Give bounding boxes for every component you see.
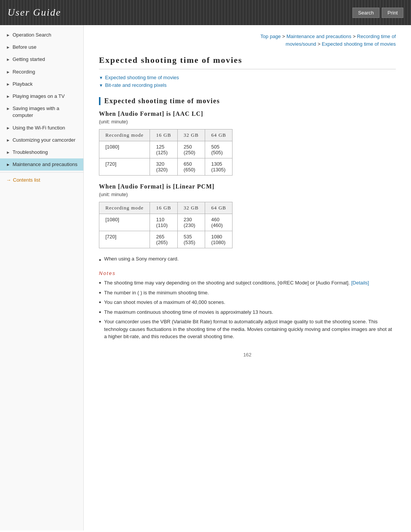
toc-item-bitrate[interactable]: ▼ Bit-rate and recording pixels (99, 82, 396, 88)
table-row: [1080] 110(110) 230(230) 460(460) (99, 214, 233, 231)
bullet-icon: • (99, 308, 101, 316)
chevron-right-icon: ► (6, 32, 10, 38)
section-title: Expected shooting time of movies (99, 97, 396, 105)
details-link[interactable]: [Details] (351, 280, 369, 286)
row-mode: [720] (99, 158, 150, 176)
sidebar-item-saving-images[interactable]: ► Saving images with a computer (0, 102, 83, 121)
sidebar-item-recording[interactable]: ► Recording (0, 66, 83, 78)
toc-link-expected: Expected shooting time of movies (105, 75, 179, 80)
sidebar-label: Getting started (13, 56, 45, 63)
table-row: [720] 320(320) 650(650) 1305(1305) (99, 158, 233, 176)
sidebar-label: Playing images on a TV (13, 93, 65, 100)
page-layout: ► Operation Search ► Before use ► Gettin… (0, 25, 411, 530)
page-number: 162 (99, 352, 396, 358)
sidebar-item-getting-started[interactable]: ► Getting started (0, 53, 83, 66)
pcm-subsection: When [Audio Format] is [Linear PCM] (uni… (99, 183, 396, 248)
sidebar-label: Maintenance and precautions (13, 161, 78, 168)
chevron-right-icon: ► (6, 150, 10, 155)
breadcrumb-expected[interactable]: Expected shooting time of movies (322, 41, 396, 47)
breadcrumb-top[interactable]: Top page (260, 34, 281, 39)
toc-item-expected[interactable]: ▼ Expected shooting time of movies (99, 75, 396, 80)
bullet-icon: • (99, 279, 101, 286)
sidebar-label: Playback (13, 81, 33, 88)
bullet-item: • When using a Sony memory card. (99, 256, 396, 264)
sidebar-item-maintenance[interactable]: ► Maintenance and precautions (0, 158, 83, 171)
bullet-text: When using a Sony memory card. (104, 256, 179, 262)
row-16gb: 110(110) (150, 214, 177, 231)
note-item-2: • You can shoot movies of a maximum of 4… (99, 299, 396, 306)
sidebar-item-operation-search[interactable]: ► Operation Search (0, 29, 83, 41)
sidebar-label: Using the Wi-Fi function (13, 125, 65, 131)
sidebar-item-customizing[interactable]: ► Customizing your camcorder (0, 134, 83, 146)
note-text-4: Your camcorder uses the VBR (Variable Bi… (104, 318, 396, 340)
table-header-row: Recording mode 16 GB 32 GB 64 GB (99, 202, 233, 214)
row-64gb: 505(505) (205, 141, 232, 158)
col-64gb: 64 GB (205, 202, 232, 214)
row-64gb: 1305(1305) (205, 158, 232, 176)
breadcrumb-maintenance[interactable]: Maintenance and precautions (287, 34, 352, 39)
bullet-icon: • (99, 299, 101, 306)
col-64gb: 64 GB (205, 129, 232, 141)
chevron-right-icon: ► (6, 125, 10, 131)
sidebar-label: Saving images with a computer (13, 105, 79, 119)
app-title: User Guide (8, 7, 61, 18)
row-mode: [1080] (99, 214, 150, 231)
note-text-1: The number in ( ) is the minimum shootin… (104, 289, 209, 297)
bullet-icon: • (99, 256, 101, 264)
search-button[interactable]: Search (352, 8, 379, 18)
note-item-1: • The number in ( ) is the minimum shoot… (99, 289, 396, 297)
note-text-3: The maximum continuous shooting time of … (104, 308, 273, 316)
chevron-right-icon: ► (6, 69, 10, 75)
sidebar-item-wifi[interactable]: ► Using the Wi-Fi function (0, 122, 83, 134)
sidebar-item-troubleshooting[interactable]: ► Troubleshooting (0, 146, 83, 158)
sidebar-item-before-use[interactable]: ► Before use (0, 41, 83, 53)
contents-link-label: Contents list (13, 177, 40, 183)
print-button[interactable]: Print (382, 8, 403, 18)
sidebar-label: Before use (13, 44, 37, 51)
sidebar-label: Recording (13, 69, 35, 75)
note-item-4: • Your camcorder uses the VBR (Variable … (99, 318, 396, 340)
breadcrumb: Top page > Maintenance and precautions >… (99, 33, 396, 48)
row-mode: [720] (99, 231, 150, 248)
col-recording-mode: Recording mode (99, 202, 150, 214)
note-item-0: • The shooting time may vary depending o… (99, 279, 396, 287)
table-row: [720] 265(265) 535(535) 1080(1080) (99, 231, 233, 248)
row-32gb: 250(250) (177, 141, 205, 158)
row-32gb: 650(650) (177, 158, 205, 176)
main-section: Expected shooting time of movies When [A… (99, 97, 396, 340)
sidebar-label: Operation Search (13, 32, 51, 38)
triangle-down-icon: ▼ (99, 75, 103, 80)
note-text-0: The shooting time may vary depending on … (104, 279, 369, 287)
main-content: Top page > Maintenance and precautions >… (84, 25, 411, 530)
bullet-icon: • (99, 289, 101, 296)
sidebar-label: Customizing your camcorder (13, 137, 75, 144)
pcm-table: Recording mode 16 GB 32 GB 64 GB [1080] … (99, 202, 233, 248)
col-16gb: 16 GB (150, 202, 177, 214)
chevron-right-icon: ► (6, 81, 10, 87)
aac-subtitle: When [Audio Format] is [AAC LC] (99, 110, 396, 117)
note-text-2: You can shoot movies of a maximum of 40,… (104, 299, 225, 306)
row-mode: [1080] (99, 141, 150, 158)
header: User Guide Search Print (0, 0, 411, 25)
chevron-right-icon: ► (6, 57, 10, 62)
header-button-group: Search Print (352, 8, 403, 18)
notes-title: Notes (99, 270, 396, 276)
bullet-icon: • (99, 318, 101, 325)
aac-table: Recording mode 16 GB 32 GB 64 GB [1080] … (99, 129, 233, 176)
row-32gb: 230(230) (177, 214, 205, 231)
sidebar-label: Troubleshooting (13, 149, 48, 156)
sidebar-item-playing-images-tv[interactable]: ► Playing images on a TV (0, 90, 83, 102)
triangle-down-icon: ▼ (99, 83, 103, 88)
pcm-unit: (unit: minute) (99, 192, 396, 197)
col-16gb: 16 GB (150, 129, 177, 141)
note-item-3: • The maximum continuous shooting time o… (99, 308, 396, 316)
chevron-right-icon: ► (6, 45, 10, 50)
row-16gb: 265(265) (150, 231, 177, 248)
sidebar-item-playback[interactable]: ► Playback (0, 78, 83, 90)
contents-list-link[interactable]: → Contents list (0, 174, 83, 186)
row-64gb: 1080(1080) (205, 231, 232, 248)
row-16gb: 320(320) (150, 158, 177, 176)
col-32gb: 32 GB (177, 202, 205, 214)
aac-unit: (unit: minute) (99, 119, 396, 125)
table-of-contents: ▼ Expected shooting time of movies ▼ Bit… (99, 75, 396, 88)
